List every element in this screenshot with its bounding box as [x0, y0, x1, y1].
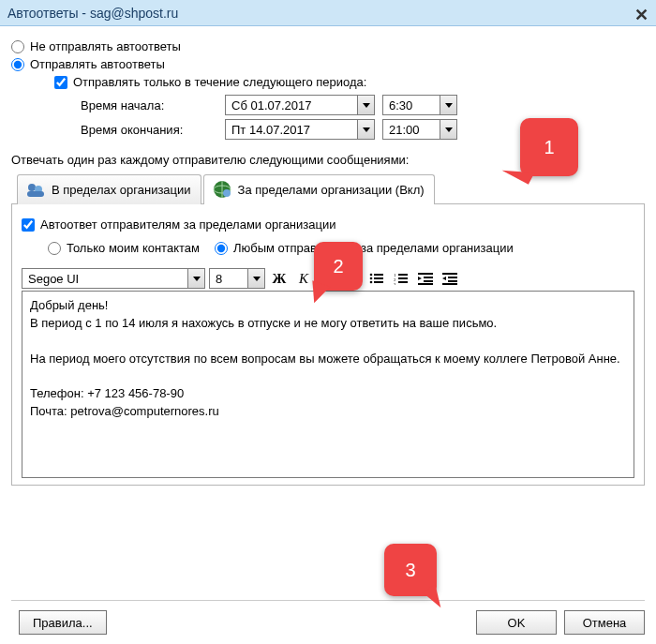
dialog-footer: Правила... OK Отмена	[11, 600, 645, 635]
radio-only-contacts-row: Только моим контактам	[48, 241, 200, 255]
chevron-down-icon[interactable]	[357, 120, 374, 139]
radio-send-row: Отправлять автоответы	[11, 57, 645, 71]
svg-rect-19	[424, 277, 433, 278]
svg-rect-25	[448, 280, 457, 282]
annotation-callout-2: 2	[314, 242, 363, 291]
start-date-value: Сб 01.07.2017	[231, 98, 357, 112]
font-family-dropdown[interactable]: Segoe UI	[22, 268, 205, 289]
numbered-list-button[interactable]: 123	[391, 268, 411, 289]
outdent-button[interactable]	[415, 268, 436, 289]
close-icon[interactable]: ✕	[634, 2, 649, 28]
svg-rect-10	[374, 277, 383, 279]
chevron-down-icon[interactable]	[440, 120, 456, 139]
period-end-label: Время окончания:	[81, 123, 217, 137]
period-checkbox-label: Отправлять только в течение следующего п…	[73, 75, 366, 89]
end-time-value: 21:00	[389, 123, 440, 137]
svg-rect-24	[448, 277, 457, 278]
svg-marker-26	[442, 277, 446, 280]
tab-inside-org[interactable]: В пределах организации	[17, 174, 201, 204]
outside-checkbox-label: Автоответ отправителям за пределами орга…	[40, 217, 335, 232]
window-title: Автоответы - sag@shpost.ru	[7, 6, 178, 21]
radio-anyone[interactable]	[215, 242, 228, 255]
globe-icon	[212, 179, 232, 200]
svg-rect-15	[398, 274, 408, 276]
svg-rect-11	[374, 281, 383, 283]
message-body-textarea[interactable]	[22, 291, 634, 478]
period-checkbox[interactable]	[54, 76, 67, 89]
bold-button[interactable]: Ж	[269, 268, 290, 289]
outside-checkbox-row: Автоответ отправителям за пределами орга…	[22, 217, 634, 232]
svg-rect-17	[398, 281, 408, 283]
tab-outside-label: За пределами организации (Вкл)	[238, 183, 425, 197]
svg-point-6	[370, 274, 373, 277]
radio-anyone-row: Любым отправителям за пределами организа…	[215, 241, 514, 255]
cancel-button[interactable]: Отмена	[564, 610, 645, 635]
end-time-dropdown[interactable]: 21:00	[382, 119, 457, 140]
annotation-callout-1: 1	[520, 118, 578, 176]
outside-checkbox[interactable]	[22, 218, 35, 232]
start-date-dropdown[interactable]: Сб 01.07.2017	[225, 95, 375, 115]
svg-rect-2	[27, 191, 44, 197]
tab-strip: В пределах организации За пределами орга…	[17, 174, 645, 204]
tab-inside-label: В пределах организации	[52, 183, 191, 197]
start-time-value: 6:30	[389, 98, 440, 112]
period-start-row: Время начала: Сб 01.07.2017 6:30	[81, 95, 645, 115]
font-size-dropdown[interactable]: 8	[209, 268, 265, 289]
chevron-down-icon[interactable]	[440, 96, 456, 114]
svg-rect-9	[374, 274, 383, 276]
ok-button[interactable]: OK	[476, 610, 557, 635]
svg-rect-20	[424, 280, 433, 282]
period-checkbox-row: Отправлять только в течение следующего п…	[54, 75, 645, 89]
svg-rect-18	[418, 273, 433, 275]
svg-point-7	[370, 277, 373, 280]
radio-no-send-row: Не отправлять автоответы	[11, 39, 645, 53]
end-date-dropdown[interactable]: Пт 14.07.2017	[225, 119, 375, 140]
end-date-value: Пт 14.07.2017	[231, 123, 357, 137]
svg-rect-27	[442, 283, 457, 285]
svg-rect-23	[442, 273, 457, 275]
chevron-down-icon[interactable]	[247, 269, 264, 288]
annotation-callout-3: 3	[384, 544, 437, 596]
svg-rect-16	[398, 277, 408, 279]
period-start-label: Время начала:	[81, 98, 217, 112]
rules-button[interactable]: Правила...	[19, 610, 107, 635]
radio-anyone-label: Любым отправителям за пределами организа…	[233, 241, 514, 255]
radio-only-contacts[interactable]	[48, 242, 61, 255]
font-size-value: 8	[216, 272, 247, 286]
svg-point-0	[28, 184, 36, 191]
people-icon	[25, 179, 46, 200]
chevron-down-icon[interactable]	[357, 96, 374, 114]
chevron-down-icon[interactable]	[187, 269, 204, 288]
radio-no-send[interactable]	[11, 40, 24, 53]
start-time-dropdown[interactable]: 6:30	[382, 95, 457, 115]
svg-rect-22	[418, 283, 433, 285]
bullet-list-button[interactable]	[366, 268, 387, 289]
radio-no-send-label: Не отправлять автоответы	[30, 39, 181, 53]
svg-point-8	[370, 281, 373, 284]
svg-marker-21	[418, 277, 422, 280]
svg-text:3: 3	[394, 282, 396, 285]
indent-button[interactable]	[440, 268, 460, 289]
radio-send-label: Отправлять автоответы	[30, 57, 165, 71]
title-bar: Автоответы - sag@shpost.ru ✕	[0, 0, 656, 26]
tab-outside-org[interactable]: За пределами организации (Вкл)	[203, 174, 435, 204]
svg-point-5	[223, 189, 231, 197]
radio-only-contacts-label: Только моим контактам	[67, 241, 200, 255]
font-family-value: Segoe UI	[28, 272, 187, 286]
radio-send[interactable]	[11, 58, 24, 71]
